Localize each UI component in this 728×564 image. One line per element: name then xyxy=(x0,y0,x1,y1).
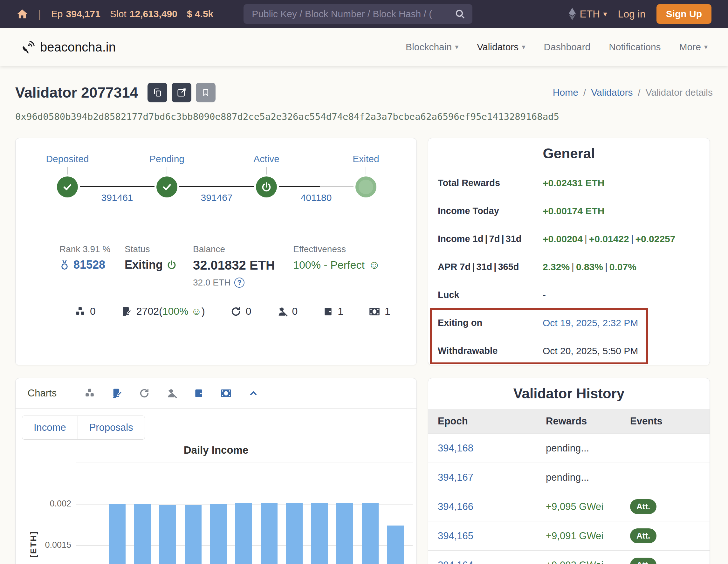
counter-value: 1 xyxy=(338,306,343,317)
effectiveness-stat: Effectiveness 100% - Perfect ☺ xyxy=(293,244,380,288)
signup-button[interactable]: Sign Up xyxy=(656,4,711,24)
attestation-badge[interactable]: Att. xyxy=(630,528,656,543)
breadcrumb-separator: / xyxy=(638,87,640,98)
attestations-icon[interactable] xyxy=(112,388,122,399)
nav-item-blockchain[interactable]: Blockchain▾ xyxy=(406,42,458,52)
history-epoch-link[interactable]: 394,164 xyxy=(438,560,546,564)
history-epoch-link[interactable]: 394,165 xyxy=(438,530,546,542)
validator-history-card: Validator History EpochRewardsEvents 394… xyxy=(428,378,710,564)
history-row: 394,165+9,091 GWeiAtt. xyxy=(428,521,710,550)
history-title: Validator History xyxy=(428,378,710,409)
segment-epoch: 401180 xyxy=(301,192,332,203)
breadcrumb: Home/Validators/Validator details xyxy=(553,87,713,98)
counter-slashings[interactable]: 0 xyxy=(277,306,298,317)
income-bar[interactable] xyxy=(159,505,176,564)
general-row-income-1d-7d-31d: Income 1d|7d|31d+0.00204|+0.01422|+0.022… xyxy=(428,225,710,253)
brand-logo[interactable]: beaconcha.in xyxy=(20,40,116,54)
income-bar[interactable] xyxy=(387,526,404,564)
chart-title: Daily Income xyxy=(16,444,416,456)
epoch-stat[interactable]: Ep 394,171 xyxy=(51,9,100,19)
breadcrumb-validators[interactable]: Validators xyxy=(591,87,633,98)
income-bar[interactable] xyxy=(109,504,126,564)
rank-value[interactable]: 81528 xyxy=(73,258,105,272)
stage-label-exited: Exited xyxy=(353,154,379,164)
tab-proposals[interactable]: Proposals xyxy=(78,416,145,440)
breadcrumb-home[interactable]: Home xyxy=(553,87,578,98)
income-bar[interactable] xyxy=(311,503,328,564)
currency-selector[interactable]: ETH ▾ xyxy=(568,7,607,21)
income-bar[interactable] xyxy=(185,505,202,564)
income-bar[interactable] xyxy=(134,504,151,564)
slashings-icon[interactable] xyxy=(166,388,177,399)
general-row-value[interactable]: Oct 19, 2025, 2:32 PM xyxy=(543,318,638,328)
counter-withdrawals[interactable]: 1 xyxy=(369,306,390,317)
blocks-icon[interactable] xyxy=(84,388,95,399)
nav-item-notifications[interactable]: Notifications xyxy=(609,42,661,52)
slot-stat[interactable]: Slot 12,613,490 xyxy=(110,9,177,19)
history-header-row: EpochRewardsEvents xyxy=(428,409,710,433)
help-icon[interactable]: ? xyxy=(234,278,244,288)
copy-button[interactable] xyxy=(148,83,167,102)
history-reward: +9,095 GWei xyxy=(546,501,630,512)
income-bar[interactable] xyxy=(235,503,252,564)
counter-attestations[interactable]: 2702(100% ☺) xyxy=(121,306,205,317)
lifecycle-segment xyxy=(279,186,354,187)
collapse-icon[interactable] xyxy=(248,388,258,398)
slot-value: 12,613,490 xyxy=(130,9,177,19)
nav-menu: Blockchain▾Validators▾DashboardNotificat… xyxy=(406,42,708,52)
edit-button[interactable] xyxy=(172,83,191,102)
y-axis-label: [ETH] xyxy=(29,531,38,557)
tab-income[interactable]: Income xyxy=(22,416,78,440)
nav-item-validators[interactable]: Validators▾ xyxy=(477,42,525,52)
counter-blocks[interactable]: 0 xyxy=(75,306,96,317)
search-icon[interactable] xyxy=(455,9,465,19)
counter-value: 0 xyxy=(90,306,96,317)
stage-circle-pending xyxy=(156,176,177,197)
nav-item-more[interactable]: More▾ xyxy=(679,42,708,52)
power-icon xyxy=(167,260,177,270)
income-bar[interactable] xyxy=(210,504,227,564)
search-input[interactable] xyxy=(244,4,472,24)
login-link[interactable]: Log in xyxy=(618,8,645,20)
price-stat[interactable]: $ 4.5k xyxy=(187,9,213,19)
stage-label-pending: Pending xyxy=(149,154,184,164)
counter-value: 2702(100% ☺) xyxy=(136,306,205,317)
stage-circle-deposited xyxy=(57,176,78,197)
deposits-icon[interactable] xyxy=(194,388,204,399)
income-bar[interactable] xyxy=(286,503,303,564)
income-bar[interactable] xyxy=(362,503,379,564)
breadcrumb-separator: / xyxy=(583,87,586,98)
history-epoch-link[interactable]: 394,168 xyxy=(438,443,546,454)
status-stat: Status Exiting xyxy=(125,244,193,288)
stage-circle-exited xyxy=(355,176,376,197)
counter-deposits[interactable]: 1 xyxy=(323,306,343,317)
attestation-badge[interactable]: Att. xyxy=(630,558,656,564)
gridline xyxy=(76,463,413,463)
general-row-label: Income Today xyxy=(438,206,543,216)
counter-sync[interactable]: 0 xyxy=(230,306,251,317)
slot-label: Slot xyxy=(110,9,127,19)
status-label: Status xyxy=(125,244,193,254)
general-row-apr-7d-31d-365d: APR 7d|31d|365d2.32%|0.83%|0.07% xyxy=(428,253,710,281)
history-epoch-link[interactable]: 394,166 xyxy=(438,501,546,512)
price-value: $ 4.5k xyxy=(187,9,213,19)
history-epoch-link[interactable]: 394,167 xyxy=(438,472,546,483)
income-bar[interactable] xyxy=(336,503,353,564)
y-axis-tick: 0.002 xyxy=(43,499,71,509)
history-events-cell: Att. xyxy=(630,528,700,543)
nav-item-dashboard[interactable]: Dashboard xyxy=(544,42,590,52)
stage-circle-active xyxy=(256,176,277,197)
withdrawals-icon[interactable] xyxy=(220,388,232,398)
attestation-badge[interactable]: Att. xyxy=(630,499,656,514)
income-bar[interactable] xyxy=(261,503,278,564)
sync-icon[interactable] xyxy=(139,388,150,399)
stage-tick xyxy=(366,167,366,175)
rank-label: Rank 3.91 % xyxy=(59,244,125,254)
home-icon[interactable] xyxy=(17,8,28,20)
chart-tabs: IncomeProposals xyxy=(22,416,416,440)
history-events-cell: Att. xyxy=(630,558,700,564)
stage-label-active: Active xyxy=(253,154,279,164)
bookmark-button[interactable] xyxy=(196,83,216,102)
effectiveness-value: 100% - Perfect xyxy=(293,259,365,271)
charts-icon-filters xyxy=(84,378,258,408)
